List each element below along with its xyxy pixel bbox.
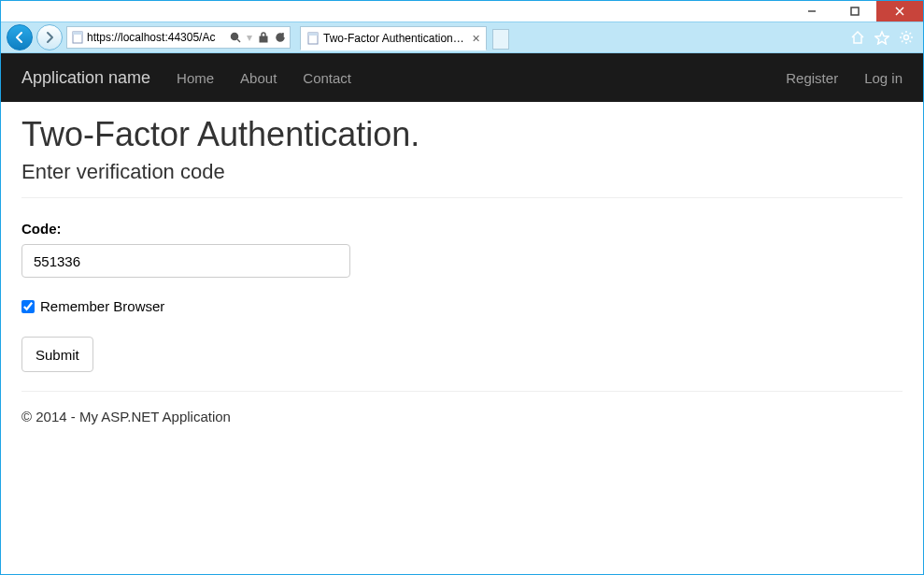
site-navbar: Application name Home About Contact Regi…: [1, 53, 923, 102]
minimize-button[interactable]: [790, 1, 833, 22]
address-input[interactable]: [87, 31, 227, 44]
page-icon: [306, 32, 320, 45]
svg-rect-5: [73, 32, 82, 35]
svg-line-7: [237, 39, 240, 42]
brand[interactable]: Application name: [21, 68, 150, 88]
submit-button[interactable]: Submit: [21, 337, 93, 372]
remember-label: Remember Browser: [40, 298, 164, 314]
page-content: Application name Home About Contact Regi…: [1, 53, 923, 574]
window-titlebar: [1, 1, 923, 22]
search-icon[interactable]: [230, 32, 241, 43]
separator: ▾: [247, 31, 252, 44]
close-button[interactable]: [876, 1, 923, 22]
toolbar-right-icons: [850, 30, 917, 45]
page-heading: Two-Factor Authentication.: [21, 115, 903, 154]
svg-point-11: [904, 36, 909, 40]
remember-row: Remember Browser: [21, 298, 903, 314]
footer-text: © 2014 - My ASP.NET Application: [21, 392, 903, 441]
tab-title: Two-Factor Authentication ...: [323, 32, 464, 45]
svg-point-6: [232, 34, 238, 40]
nav-link-home[interactable]: Home: [177, 70, 214, 86]
maximize-button[interactable]: [833, 1, 876, 22]
svg-rect-10: [308, 33, 318, 36]
page-subheading: Enter verification code: [21, 160, 903, 184]
svg-rect-8: [260, 36, 267, 42]
address-bar-icons: ▾: [230, 31, 286, 44]
lock-icon: [258, 32, 269, 43]
code-label: Code:: [21, 221, 903, 237]
settings-icon[interactable]: [899, 30, 914, 45]
nav-link-login[interactable]: Log in: [864, 70, 903, 86]
nav-link-contact[interactable]: Contact: [303, 70, 351, 86]
nav-link-about[interactable]: About: [240, 70, 277, 86]
new-tab-button[interactable]: [492, 29, 509, 50]
refresh-icon[interactable]: [275, 32, 286, 43]
tab-close-icon[interactable]: ✕: [472, 33, 480, 45]
back-button[interactable]: [7, 24, 33, 50]
code-input[interactable]: [21, 244, 350, 278]
browser-toolbar: ▾ Two-Factor Authentication ... ✕: [1, 22, 923, 53]
favorites-icon[interactable]: [874, 30, 889, 45]
address-bar[interactable]: ▾: [66, 26, 291, 49]
nav-link-register[interactable]: Register: [786, 70, 838, 86]
browser-tab[interactable]: Two-Factor Authentication ... ✕: [300, 26, 487, 50]
page-icon: [71, 31, 84, 44]
svg-rect-1: [851, 7, 859, 15]
verification-form: Code: Remember Browser Submit: [21, 198, 903, 391]
forward-button[interactable]: [36, 24, 63, 50]
remember-checkbox[interactable]: [21, 300, 35, 313]
home-icon[interactable]: [850, 30, 865, 45]
page-body: Two-Factor Authentication. Enter verific…: [1, 102, 923, 454]
browser-window: ▾ Two-Factor Authentication ... ✕ Applic…: [0, 0, 924, 575]
